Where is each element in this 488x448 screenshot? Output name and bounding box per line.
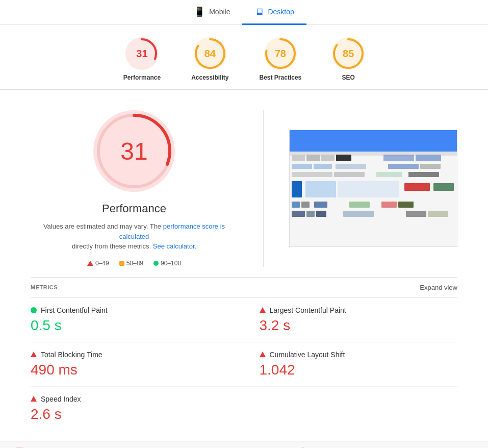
score-circle-seo: 85 <box>332 37 365 70</box>
perf-desc-end: directly from these metrics. <box>72 242 151 250</box>
metric-indicator-tbt <box>31 352 37 357</box>
score-value-performance: 31 <box>136 48 147 60</box>
ss-row1 <box>292 155 441 161</box>
perf-description: Values are estimated and may vary. The p… <box>37 221 231 252</box>
metric-indicator-fcp <box>31 307 37 313</box>
score-circle-best-practices: 78 <box>264 37 297 70</box>
main-content: 31 Performance Values are estimated and … <box>0 90 488 277</box>
legend: 0–49 50–89 90–100 <box>87 260 181 267</box>
metric-header-tbt: Total Blocking Time <box>31 351 234 359</box>
see-calculator-link[interactable]: See calculator. <box>153 242 196 250</box>
metric-cell-cls: Cumulative Layout Shift 1.042 <box>244 342 458 387</box>
score-item-accessibility[interactable]: 84 Accessibility <box>191 37 228 81</box>
score-label-performance: Performance <box>123 74 161 81</box>
metric-cell-lcp: Largest Contentful Paint 3.2 s <box>244 298 458 342</box>
ss-row5 <box>292 202 414 208</box>
metric-indicator-si <box>31 396 37 402</box>
metric-header-cls: Cumulative Layout Shift <box>260 351 458 359</box>
metric-header-lcp: Largest Contentful Paint <box>260 306 458 314</box>
metric-label-cls: Cumulative Layout Shift <box>270 351 345 359</box>
big-score-value: 31 <box>120 137 147 165</box>
ss-row3 <box>292 172 439 177</box>
ss-header-bar <box>290 130 457 152</box>
metric-label-si: Speed Index <box>41 395 81 403</box>
score-label-best-practices: Best Practices <box>260 74 302 81</box>
expand-view-button[interactable]: Expand view <box>420 284 457 291</box>
legend-circle-icon <box>153 261 159 266</box>
score-item-best-practices[interactable]: 78 Best Practices <box>260 37 302 81</box>
tab-mobile[interactable]: 📱 Mobile <box>182 0 242 25</box>
tab-desktop-label: Desktop <box>268 8 294 16</box>
score-value-best-practices: 78 <box>275 48 286 60</box>
tab-mobile-label: Mobile <box>209 8 230 16</box>
perf-desc-start: Values are estimated and may vary. The <box>43 222 163 230</box>
metrics-grid: First Contentful Paint 0.5 s Largest Con… <box>31 298 457 431</box>
metric-label-lcp: Largest Contentful Paint <box>270 306 346 314</box>
metric-label-tbt: Total Blocking Time <box>41 351 102 359</box>
metrics-header: METRICS Expand view <box>31 277 457 298</box>
metric-cell-tbt: Total Blocking Time 490 ms <box>31 342 244 387</box>
big-score-circle: 31 <box>93 110 175 192</box>
metric-cell-empty <box>244 387 458 431</box>
legend-item-mid: 50–89 <box>119 260 143 267</box>
score-summary: 31 Performance 84 Accessibility 78 Best … <box>0 25 488 90</box>
score-circle-performance: 31 <box>125 37 158 70</box>
metric-cell-fcp: First Contentful Paint 0.5 s <box>31 298 244 342</box>
legend-item-high: 90–100 <box>153 260 181 267</box>
footer-bar: 📅 Captured at Jul 10, 2024, 3:43 PM PDT … <box>0 441 488 449</box>
score-label-accessibility: Accessibility <box>191 74 228 81</box>
vertical-divider <box>263 110 264 267</box>
score-value-accessibility: 84 <box>204 48 216 60</box>
metric-value-fcp: 0.5 s <box>31 317 234 334</box>
metric-value-tbt: 490 ms <box>31 362 234 378</box>
left-panel: 31 Performance Values are estimated and … <box>31 110 238 267</box>
legend-square-icon <box>119 261 124 266</box>
right-panel <box>289 110 457 267</box>
ss-row4 <box>292 181 454 197</box>
legend-range-high: 90–100 <box>161 260 181 267</box>
legend-triangle-icon <box>87 261 93 266</box>
metrics-section: METRICS Expand view First Contentful Pai… <box>0 277 488 431</box>
mobile-icon: 📱 <box>194 6 205 17</box>
metrics-section-title: METRICS <box>31 284 58 290</box>
legend-item-low: 0–49 <box>87 260 109 267</box>
score-value-seo: 85 <box>343 48 354 60</box>
metric-indicator-lcp <box>260 307 266 313</box>
metric-header-fcp: First Contentful Paint <box>31 306 234 314</box>
metric-label-fcp: First Contentful Paint <box>41 306 108 314</box>
legend-range-mid: 50–89 <box>126 260 143 267</box>
score-circle-accessibility: 84 <box>194 37 226 70</box>
ss-row6 <box>292 211 448 217</box>
metric-value-lcp: 3.2 s <box>260 317 458 334</box>
desktop-icon: 🖥 <box>254 7 264 17</box>
metric-value-si: 2.6 s <box>31 406 234 422</box>
big-score-label: Performance <box>102 202 166 215</box>
metric-cell-si: Speed Index 2.6 s <box>31 387 244 431</box>
metric-indicator-cls <box>260 352 266 357</box>
legend-range-low: 0–49 <box>95 260 109 267</box>
score-item-seo[interactable]: 85 SEO <box>332 37 365 81</box>
score-item-performance[interactable]: 31 Performance <box>123 37 161 81</box>
score-label-seo: SEO <box>342 74 355 81</box>
tabs-bar: 📱 Mobile 🖥 Desktop <box>0 0 488 25</box>
ss-row2 <box>292 164 441 169</box>
metric-header-si: Speed Index <box>31 395 234 403</box>
tab-desktop[interactable]: 🖥 Desktop <box>242 0 306 25</box>
metric-value-cls: 1.042 <box>260 362 458 378</box>
screenshot-preview <box>289 130 457 247</box>
